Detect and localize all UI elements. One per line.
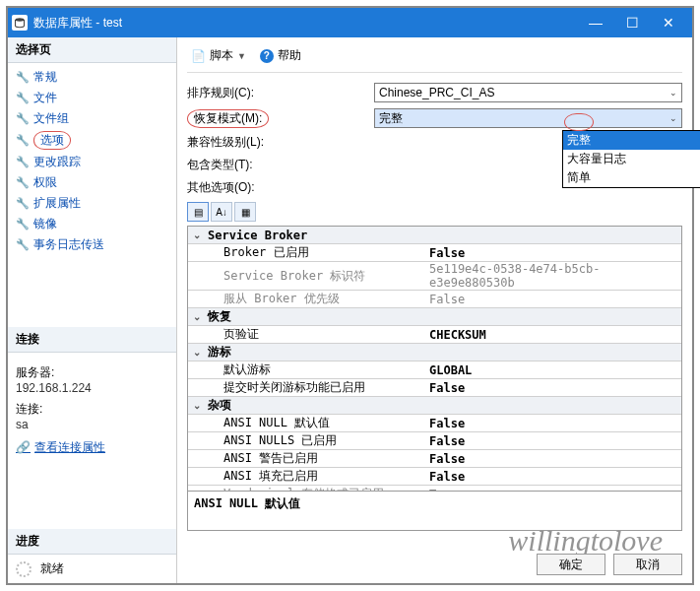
nav-item-6[interactable]: 🔧扩展属性 (10, 193, 174, 214)
wrench-icon: 🔧 (16, 176, 30, 189)
wrench-icon: 🔧 (16, 197, 30, 210)
select-page-header: 选择页 (8, 37, 176, 63)
nav-item-2[interactable]: 🔧文件组 (10, 108, 174, 129)
progress-status: 就绪 (8, 555, 176, 583)
nav-item-4[interactable]: 🔧更改跟踪 (10, 152, 174, 172)
recovery-select[interactable]: 完整 ⌄ (374, 108, 682, 128)
nav-item-5[interactable]: 🔧权限 (10, 172, 174, 193)
view-connection-properties-link[interactable]: 🔗查看连接属性 (16, 439, 105, 456)
connection-header: 连接 (8, 327, 176, 353)
grid-row[interactable]: 默认游标GLOBAL (188, 361, 681, 379)
help-icon: ? (260, 49, 274, 63)
collapse-icon: ⌄ (188, 347, 206, 358)
link-icon: 🔗 (16, 440, 31, 454)
help-button[interactable]: ? 帮助 (256, 45, 305, 66)
grid-category[interactable]: ⌄游标 (188, 344, 681, 361)
wrench-icon: 🔧 (16, 112, 30, 125)
compat-label: 兼容性级别(L): (187, 134, 374, 151)
wrench-icon: 🔧 (16, 156, 30, 168)
nav-list: 🔧常规🔧文件🔧文件组🔧选项🔧更改跟踪🔧权限🔧扩展属性🔧镜像🔧事务日志传送 (8, 63, 176, 259)
dropdown-option[interactable]: 简单 (563, 168, 700, 187)
wrench-icon: 🔧 (16, 134, 30, 147)
grid-row[interactable]: ANSI NULLS 已启用False (188, 432, 681, 450)
ok-button[interactable]: 确定 (537, 554, 605, 575)
dropdown-option[interactable]: 大容量日志 (563, 150, 700, 168)
dropdown-option[interactable]: 完整 (563, 131, 700, 150)
recovery-label: 恢复模式(M): (187, 109, 374, 128)
collation-label: 排序规则(C): (187, 85, 374, 101)
recovery-dropdown[interactable]: 完整大容量日志简单 (562, 130, 700, 188)
grid-row[interactable]: 页验证CHECKSUM (188, 326, 681, 344)
script-button[interactable]: 📄 脚本 ▼ (187, 45, 250, 66)
grid-row[interactable]: ANSI NULL 默认值False (188, 415, 681, 432)
grid-row[interactable]: ANSI 填充已启用False (188, 468, 681, 486)
categorized-button[interactable]: ▤ (187, 202, 209, 222)
wrench-icon: 🔧 (16, 71, 30, 84)
collapse-icon: ⌄ (188, 400, 206, 411)
nav-item-1[interactable]: 🔧文件 (10, 88, 174, 108)
collapse-icon: ⌄ (188, 230, 206, 240)
ready-label: 就绪 (40, 561, 64, 575)
connection-label: 连接: (16, 401, 168, 418)
wrench-icon: 🔧 (16, 92, 30, 104)
chevron-down-icon: ⌄ (669, 88, 677, 98)
nav-item-7[interactable]: 🔧镜像 (10, 214, 174, 234)
property-grid[interactable]: ⌄Service BrokerBroker 已启用FalseService Br… (187, 226, 682, 492)
wrench-icon: 🔧 (16, 238, 30, 251)
grid-category[interactable]: ⌄杂项 (188, 397, 681, 415)
collapse-icon: ⌄ (188, 311, 206, 322)
other-options-label: 其他选项(O): (187, 179, 374, 196)
grid-row[interactable]: 服从 Broker 优先级False (188, 291, 681, 308)
wrench-icon: 🔧 (16, 218, 30, 230)
chevron-down-icon: ⌄ (669, 113, 677, 123)
property-description: ANSI NULL 默认值 (187, 492, 682, 531)
connection-value: sa (16, 418, 168, 431)
server-value: 192.168.1.224 (16, 381, 168, 395)
progress-header: 进度 (8, 529, 176, 555)
nav-item-3[interactable]: 🔧选项 (10, 129, 174, 152)
server-label: 服务器: (16, 364, 168, 381)
script-icon: 📄 (191, 49, 206, 63)
grid-row[interactable]: Broker 已启用False (188, 244, 681, 262)
grid-row[interactable]: 提交时关闭游标功能已启用False (188, 379, 681, 397)
nav-item-8[interactable]: 🔧事务日志传送 (10, 234, 174, 255)
window-title: 数据库属性 - test (33, 15, 589, 32)
minimize-button[interactable]: — (589, 15, 603, 31)
property-pages-button[interactable]: ▦ (234, 202, 256, 222)
collation-select[interactable]: Chinese_PRC_CI_AS ⌄ (374, 83, 682, 102)
grid-row[interactable]: Service Broker 标识符5e119e4c-0538-4e74-b5c… (188, 262, 681, 291)
grid-category[interactable]: ⌄恢复 (188, 308, 681, 326)
maximize-button[interactable]: ☐ (626, 15, 639, 31)
svg-point-0 (16, 18, 25, 21)
grid-category[interactable]: ⌄Service Broker (188, 227, 681, 244)
database-icon (12, 15, 28, 31)
alphabetical-button[interactable]: A↓ (211, 202, 232, 222)
titlebar: 数据库属性 - test — ☐ ✕ (8, 8, 692, 37)
cancel-button[interactable]: 取消 (613, 554, 682, 575)
nav-item-0[interactable]: 🔧常规 (10, 67, 174, 88)
chevron-down-icon: ▼ (237, 51, 246, 61)
spinner-icon (16, 561, 32, 577)
containment-label: 包含类型(T): (187, 157, 374, 173)
grid-row[interactable]: ANSI 警告已启用False (188, 450, 681, 468)
close-button[interactable]: ✕ (663, 15, 674, 31)
